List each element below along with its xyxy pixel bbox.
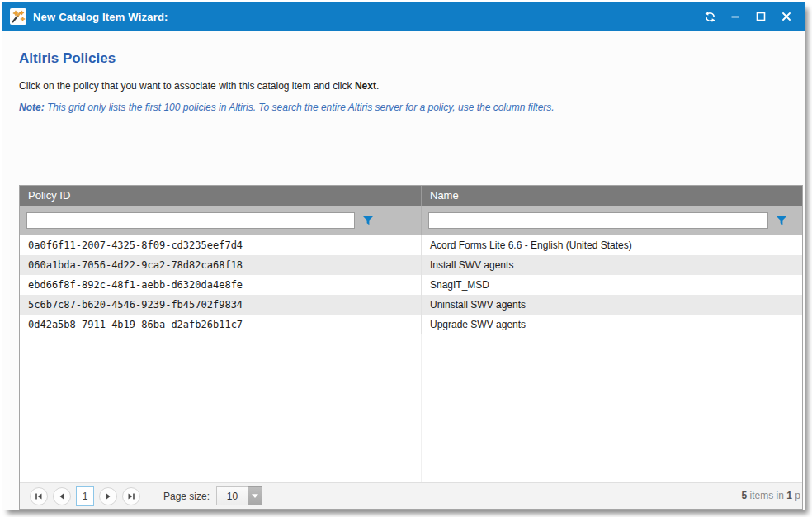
- column-header-policy-id[interactable]: Policy ID: [20, 186, 422, 206]
- pages-count: 1: [786, 490, 792, 501]
- column-header-name[interactable]: Name: [422, 186, 802, 206]
- maximize-icon[interactable]: [753, 8, 769, 25]
- policy-id-cell: 5c6b7c87-b620-4546-9239-fb45702f9834: [20, 295, 422, 315]
- policy-name-cell: Uninstall SWV agents: [422, 295, 802, 315]
- policy-id-cell: 060a1bda-7056-4d22-9ca2-78d82ca68f18: [20, 255, 422, 275]
- instruction-next-keyword: Next: [355, 80, 376, 92]
- close-icon[interactable]: [778, 8, 795, 25]
- first-page-button[interactable]: [30, 487, 48, 505]
- note-label: Note:: [19, 102, 45, 113]
- note-text: Note: This grid only lists the first 100…: [19, 102, 805, 113]
- policy-id-filter-cell: [20, 206, 422, 235]
- status-suffix-text: p: [792, 490, 800, 501]
- policy-id-cell: 0a0f6f11-2007-4325-8f09-cd3235eef7d4: [20, 235, 422, 255]
- policy-id-cell: 0d42a5b8-7911-4b19-86ba-d2afb26b11c7: [20, 315, 422, 334]
- window-controls: [701, 8, 795, 25]
- pager-status: 5 items in 1 p: [742, 483, 800, 509]
- policies-grid: Policy ID Name: [19, 185, 803, 510]
- instruction-prefix: Click on the policy that you want to ass…: [19, 80, 355, 92]
- policy-id-cell: ebd66f8f-892c-48f1-aebb-d6320da4e8fe: [20, 275, 422, 295]
- minimize-icon[interactable]: [727, 8, 744, 25]
- policy-name-cell: Upgrade SWV agents: [422, 315, 802, 334]
- dropdown-arrow-icon[interactable]: [248, 486, 262, 505]
- name-filter-icon[interactable]: [776, 216, 787, 226]
- column-separator: [20, 334, 422, 482]
- instruction-suffix: .: [376, 80, 379, 92]
- window-title: New Catalog Item Wizard:: [33, 11, 168, 23]
- page-size-dropdown[interactable]: 10: [216, 486, 262, 505]
- policy-id-filter-input[interactable]: [26, 212, 355, 229]
- table-row[interactable]: 0a0f6f11-2007-4325-8f09-cd3235eef7d4 Aco…: [20, 235, 802, 255]
- wizard-window: New Catalog Item Wizard:: [2, 2, 805, 510]
- name-filter-input[interactable]: [428, 212, 768, 229]
- wizard-content: Altiris Policies Click on the policy tha…: [2, 50, 805, 517]
- table-row[interactable]: 5c6b7c87-b620-4546-9239-fb45702f9834 Uni…: [20, 295, 802, 315]
- policy-name-cell: Acord Forms Lite 6.6 - English (United S…: [422, 235, 802, 255]
- table-row[interactable]: ebd66f8f-892c-48f1-aebb-d6320da4e8fe Sna…: [20, 275, 802, 295]
- current-page-indicator[interactable]: 1: [76, 486, 94, 506]
- grid-pager: 1 Page size: 10 5 items in 1 p: [20, 482, 802, 509]
- grid-header-row: Policy ID Name: [20, 186, 802, 206]
- titlebar: New Catalog Item Wizard:: [2, 2, 805, 31]
- status-middle-text: items in: [747, 490, 786, 501]
- screen: New Catalog Item Wizard:: [0, 0, 812, 517]
- next-page-button[interactable]: [99, 487, 117, 505]
- table-row[interactable]: 0d42a5b8-7911-4b19-86ba-d2afb26b11c7 Upg…: [20, 315, 802, 334]
- name-filter-cell: [422, 206, 802, 235]
- policy-id-filter-icon[interactable]: [362, 216, 374, 226]
- wizard-app-icon: [10, 8, 26, 25]
- last-page-button[interactable]: [122, 487, 140, 505]
- page-size-label: Page size:: [163, 491, 210, 502]
- policy-name-cell: Install SWV agents: [422, 255, 802, 275]
- page-title: Altiris Policies: [19, 50, 805, 67]
- grid-empty-area: [20, 334, 802, 482]
- grid-filter-row: [20, 206, 802, 235]
- page-size-value: 10: [216, 486, 248, 505]
- prev-page-button[interactable]: [53, 487, 71, 505]
- refresh-icon[interactable]: [701, 8, 718, 25]
- table-row[interactable]: 060a1bda-7056-4d22-9ca2-78d82ca68f18 Ins…: [20, 255, 802, 275]
- note-body: This grid only lists the first 100 polic…: [45, 102, 555, 113]
- instruction-text: Click on the policy that you want to ass…: [19, 80, 805, 92]
- policy-name-cell: SnagIT_MSD: [422, 275, 802, 295]
